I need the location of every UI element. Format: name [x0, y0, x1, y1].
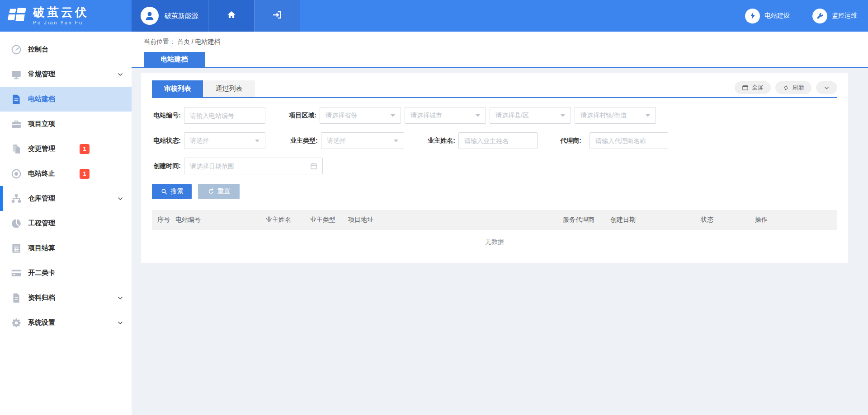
city-select-value: 请选择城市 [410, 112, 442, 120]
home-button[interactable] [208, 0, 255, 32]
panel-tabbar: 审核列表 通过列表 全屏 刷新 [152, 80, 837, 98]
owner-name-input[interactable] [458, 132, 538, 149]
breadcrumb-path: 首页 / 电站建档 [177, 38, 221, 45]
col-actions: 操作 [750, 216, 837, 224]
station-build-button[interactable]: 电站建设 [745, 9, 790, 23]
refresh-icon [783, 84, 789, 91]
sidebar-item-station-archive[interactable]: 电站建档 [0, 87, 132, 112]
district-select-value: 请选择县/区 [495, 112, 529, 120]
home-icon [226, 9, 237, 22]
change-mgmt-badge: 1 [80, 144, 90, 154]
empty-state: 无数据 [152, 230, 837, 254]
collapse-button[interactable] [816, 81, 837, 94]
brand-subtitle: Po Jian Yun Fu [33, 20, 89, 25]
brand-logo: 破茧云伏 Po Jian Yun Fu [0, 0, 132, 32]
col-index: 序号 [152, 216, 170, 224]
sidebar-item-label: 系统设置 [28, 318, 55, 327]
tab-passed-list[interactable]: 通过列表 [203, 80, 255, 97]
region-label: 项目区域: [265, 112, 320, 120]
sidebar-item-label: 仓库管理 [28, 194, 55, 203]
sidebar-item-console[interactable]: 控制台 [0, 37, 132, 62]
filter-buttons: 搜索 重置 [152, 184, 837, 199]
calculator-icon [10, 242, 22, 254]
create-time-label: 创建时间: [152, 162, 184, 170]
content-area: 审核列表 通过列表 全屏 刷新 [132, 68, 868, 415]
sidebar-item-open-card[interactable]: 开二类卡 [0, 261, 132, 285]
search-button[interactable]: 搜索 [152, 184, 192, 199]
station-code-input[interactable] [184, 107, 265, 124]
sidebar-item-change-mgmt[interactable]: 变更管理 1 [0, 136, 132, 161]
sign-in-icon [272, 9, 283, 22]
search-icon [160, 188, 168, 195]
record-circle-icon [10, 168, 22, 180]
file-icon [10, 292, 22, 304]
col-owner-type: 业主类型 [305, 216, 343, 224]
owner-name-label: 业主姓名: [404, 137, 458, 145]
table-header: 序号 电站编号 业主姓名 业主类型 项目地址 服务代理商 创建日期 状态 操作 [152, 210, 837, 230]
wrench-icon [812, 9, 827, 23]
owner-type-select[interactable]: 请选择 [321, 132, 404, 149]
col-address: 项目地址 [343, 216, 557, 224]
logout-button[interactable] [255, 0, 300, 32]
chevron-down-icon [117, 320, 123, 326]
station-status-value: 请选择 [190, 137, 209, 145]
sidebar-item-station-terminate[interactable]: 电站终止 1 [0, 161, 132, 186]
document-icon [10, 93, 22, 105]
gear-icon [10, 317, 22, 329]
sitemap-icon [10, 193, 22, 205]
owner-type-value: 请选择 [327, 137, 346, 145]
user-icon [144, 10, 156, 22]
col-agent: 服务代理商 [557, 216, 605, 224]
header-user-segment[interactable]: 破茧新能源 [132, 0, 208, 32]
sidebar-item-label: 电站建档 [28, 95, 55, 103]
city-select[interactable]: 请选择城市 [405, 107, 486, 124]
town-select[interactable]: 请选择村镇/街道 [575, 107, 656, 124]
monitor-ops-button[interactable]: 监控运维 [812, 9, 857, 23]
refresh-label: 刷新 [793, 84, 804, 92]
reset-button[interactable]: 重置 [198, 184, 240, 199]
tab-review-list[interactable]: 审核列表 [152, 80, 203, 97]
sidebar-item-label: 项目结算 [28, 244, 55, 252]
caret-down-icon [476, 114, 480, 117]
sidebar-item-label: 变更管理 [28, 145, 55, 153]
sidebar-item-system-settings[interactable]: 系统设置 [0, 310, 132, 335]
gauge-icon [10, 44, 22, 56]
brand-mark-icon [7, 5, 28, 26]
agent-input[interactable] [590, 132, 668, 149]
station-archive-panel: 审核列表 通过列表 全屏 刷新 [141, 73, 848, 263]
sidebar-item-project-initiation[interactable]: 项目立项 [0, 112, 132, 136]
copy-icon [10, 143, 22, 155]
sidebar-item-label: 工程管理 [28, 219, 55, 228]
results-table: 序号 电站编号 业主姓名 业主类型 项目地址 服务代理商 创建日期 状态 操作 … [152, 210, 837, 254]
window-icon [742, 84, 749, 91]
fullscreen-button[interactable]: 全屏 [735, 81, 771, 94]
pie-chart-icon [10, 218, 22, 229]
station-status-select[interactable]: 请选择 [184, 132, 265, 149]
caret-down-icon [255, 140, 259, 142]
caret-down-icon [391, 114, 395, 117]
filter-row-3: 创建时间: [152, 158, 837, 174]
sidebar-item-engineering-mgmt[interactable]: 工程管理 [0, 211, 132, 236]
date-range-input[interactable] [184, 158, 323, 174]
filter-form: 电站编号: 项目区域: 请选择省份 请选择城市 请选择县/区 [152, 107, 837, 199]
monitor-icon [10, 69, 22, 80]
date-range-wrap [184, 158, 323, 174]
caret-down-icon [561, 114, 565, 117]
page-tab-station-archive[interactable]: 电站建档 [144, 52, 205, 67]
refresh-button[interactable]: 刷新 [775, 81, 811, 94]
app-header: 破茧云伏 Po Jian Yun Fu 破茧新能源 [0, 0, 868, 32]
station-status-label: 电站状态: [152, 137, 184, 145]
province-select[interactable]: 请选择省份 [320, 107, 401, 124]
sidebar-item-general-mgmt[interactable]: 常规管理 [0, 62, 132, 87]
breadcrumb: 当前位置： 首页 / 电站建档 [132, 32, 868, 46]
monitor-ops-label: 监控运维 [832, 12, 857, 20]
company-name: 破茧新能源 [165, 12, 198, 20]
caret-down-icon [646, 114, 650, 117]
sidebar-item-data-archive[interactable]: 资料归档 [0, 285, 132, 310]
sidebar-item-warehouse-mgmt[interactable]: 仓库管理 [0, 186, 132, 211]
district-select[interactable]: 请选择县/区 [490, 107, 571, 124]
sidebar: 控制台 常规管理 电站建档 项目立项 [0, 32, 132, 415]
sidebar-item-label: 开二类卡 [28, 269, 55, 277]
sidebar-item-project-settlement[interactable]: 项目结算 [0, 236, 132, 261]
sidebar-item-label: 控制台 [28, 45, 48, 54]
